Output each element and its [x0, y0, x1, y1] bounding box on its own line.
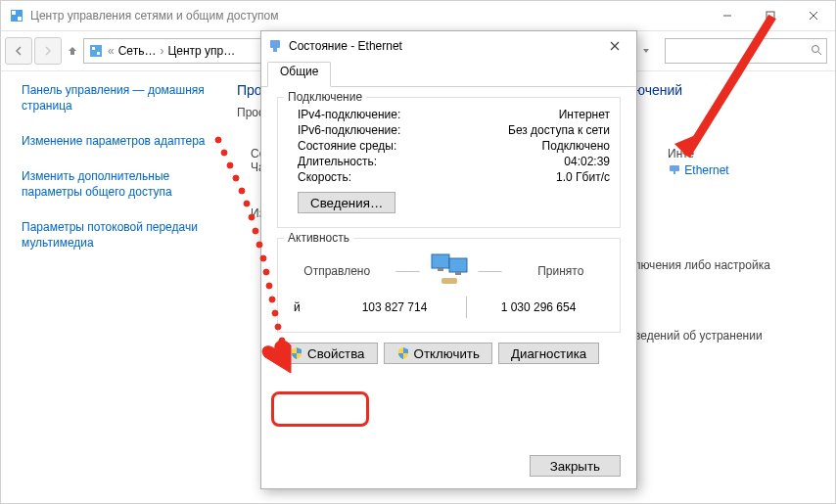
ipv4-value: Интернет — [559, 108, 610, 121]
uac-shield-icon — [396, 346, 410, 360]
search-input[interactable] — [665, 38, 827, 64]
nav-forward-button[interactable] — [34, 37, 62, 65]
activity-stats: й 103 827 714 1 030 296 654 — [288, 297, 610, 318]
ethernet-link[interactable]: Ethernet — [684, 163, 728, 177]
breadcrumb-2[interactable]: Центр упр… — [167, 44, 235, 58]
window-buttons — [706, 1, 835, 30]
window-titlebar: Центр управления сетями и общим доступом — [1, 1, 835, 31]
duration-value: 04:02:39 — [564, 155, 610, 168]
window-title: Центр управления сетями и общим доступом — [30, 9, 706, 23]
disable-button-label: Отключить — [414, 346, 480, 361]
access-type-label: Инте — [668, 147, 729, 160]
disable-button[interactable]: Отключить — [384, 343, 492, 364]
svg-rect-9 — [97, 52, 100, 55]
ethernet-status-dialog: Состояние - Ethernet Общие Подключение I… — [260, 30, 637, 489]
activity-group: Активность Отправлено —— —— Принято й 10… — [277, 238, 621, 333]
duration-label: Длительность: — [298, 155, 564, 168]
maximize-button[interactable] — [749, 1, 792, 30]
svg-rect-28 — [455, 272, 461, 275]
right-hint-line1: ключения либо настройка — [628, 258, 770, 272]
tab-general[interactable]: Общие — [267, 62, 331, 87]
svg-rect-1 — [12, 11, 16, 15]
connection-group: Подключение IPv4-подключение:Интернет IP… — [277, 97, 621, 228]
speed-label: Скорость: — [298, 170, 556, 184]
sidebar: Панель управления — домашняя страница Из… — [2, 67, 229, 502]
breadcrumb-1[interactable]: Сеть… — [118, 44, 157, 58]
dialog-action-buttons: Свойства Отключить Диагностика — [277, 343, 621, 364]
close-button[interactable] — [792, 1, 835, 30]
close-dialog-button[interactable]: Закрыть — [530, 455, 621, 477]
activity-legend: Активность — [284, 231, 353, 245]
dialog-body: Подключение IPv4-подключение:Интернет IP… — [261, 87, 636, 374]
adapter-icon — [267, 38, 283, 54]
network-adapter-icon — [668, 162, 681, 179]
search-icon — [811, 44, 822, 59]
svg-line-11 — [818, 52, 821, 55]
dialog-tabs: Общие — [261, 61, 636, 87]
speed-value: 1.0 Гбит/с — [556, 170, 610, 184]
sidebar-item-home[interactable]: Панель управления — домашняя страница — [22, 82, 217, 114]
received-label: Принято — [512, 264, 611, 278]
sidebar-item-media-streaming[interactable]: Параметры потоковой передачи мультимедиа — [22, 219, 217, 251]
connection-legend: Подключение — [284, 90, 366, 104]
dialog-titlebar: Состояние - Ethernet — [261, 31, 636, 61]
media-state-label: Состояние среды: — [298, 139, 542, 153]
nav-back-button[interactable] — [5, 37, 32, 65]
dropdown-history-button[interactable] — [635, 38, 657, 64]
svg-rect-2 — [18, 17, 22, 21]
chevron-right-icon: « — [108, 44, 115, 58]
chevron-right-icon: › — [160, 44, 163, 58]
svg-rect-4 — [766, 12, 774, 20]
sidebar-item-adapter-settings[interactable]: Изменение параметров адаптера — [22, 133, 217, 149]
svg-point-10 — [813, 45, 819, 52]
uac-shield-icon — [290, 346, 303, 360]
activity-diagram: Отправлено —— —— Принято — [288, 252, 610, 289]
svg-rect-25 — [432, 254, 449, 268]
dialog-title: Состояние - Ethernet — [289, 39, 599, 53]
media-state-value: Подключено — [542, 139, 610, 153]
nav-up-button[interactable] — [64, 38, 81, 64]
bytes-received-value: 1 030 296 654 — [467, 300, 610, 314]
dialog-close-button[interactable] — [599, 32, 630, 60]
sidebar-item-sharing-settings[interactable]: Изменить дополнительные параметры общего… — [22, 168, 217, 200]
properties-button-label: Свойства — [307, 346, 365, 361]
ipv4-label: IPv4-подключение: — [298, 108, 559, 121]
svg-rect-22 — [273, 48, 277, 52]
highlight-box — [271, 391, 369, 427]
minimize-button[interactable] — [706, 1, 749, 30]
ipv6-label: IPv6-подключение: — [298, 123, 508, 137]
svg-rect-26 — [449, 258, 467, 272]
ipv6-value: Без доступа к сети — [508, 123, 610, 137]
svg-rect-7 — [90, 45, 102, 57]
diagnose-button[interactable]: Диагностика — [498, 343, 599, 364]
computers-icon — [430, 252, 469, 289]
properties-button[interactable]: Свойства — [277, 343, 378, 364]
bytes-sent-value: 103 827 714 — [323, 300, 466, 314]
svg-rect-8 — [92, 47, 95, 50]
svg-rect-27 — [438, 268, 443, 271]
svg-rect-29 — [441, 278, 457, 284]
dialog-footer: Закрыть — [530, 455, 621, 477]
sent-label: Отправлено — [288, 264, 387, 278]
app-icon — [9, 8, 24, 23]
control-panel-window: Центр управления сетями и общим доступом… — [0, 0, 836, 504]
bytes-label: й — [288, 300, 323, 314]
svg-rect-13 — [673, 171, 675, 174]
svg-rect-21 — [270, 40, 280, 48]
right-hint-line2: сведений об устранении — [628, 329, 763, 343]
details-button[interactable]: Сведения… — [298, 192, 395, 213]
location-icon — [88, 43, 104, 59]
svg-rect-12 — [670, 165, 679, 171]
